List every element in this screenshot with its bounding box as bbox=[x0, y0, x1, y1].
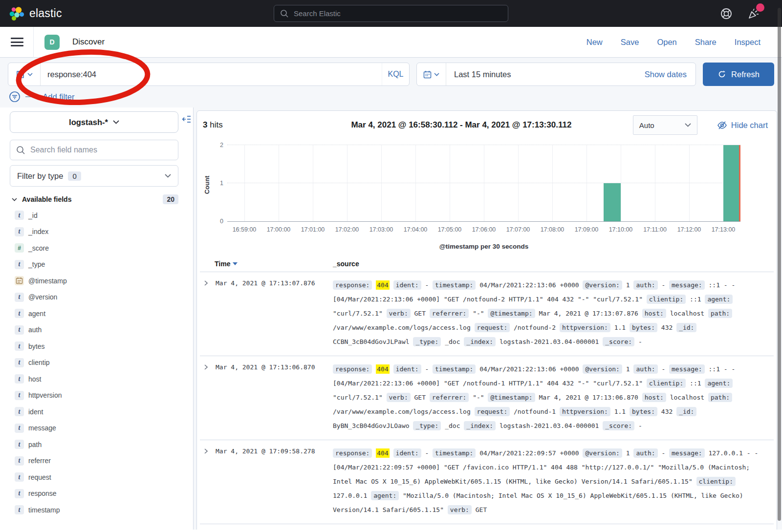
available-fields-label: Available fields bbox=[22, 195, 71, 203]
field-name: path bbox=[28, 441, 42, 448]
field-item-path[interactable]: tpath bbox=[0, 436, 193, 453]
field-item-timestamp[interactable]: @timestamp bbox=[0, 273, 193, 289]
refresh-button[interactable]: Refresh bbox=[703, 63, 774, 86]
elastic-logo[interactable]: elastic bbox=[9, 6, 62, 21]
saved-queries-button[interactable] bbox=[8, 63, 41, 85]
x-tick-label: 17:04:00 bbox=[404, 226, 428, 233]
histogram-bar[interactable] bbox=[723, 145, 740, 221]
field-name-badge: _score: bbox=[603, 337, 634, 346]
chevron-down-icon bbox=[27, 73, 33, 76]
date-quick-select-button[interactable] bbox=[417, 63, 446, 85]
field-value: ::1 bbox=[690, 380, 701, 387]
field-name-badge: auth: bbox=[633, 364, 657, 374]
expand-row-button[interactable] bbox=[203, 278, 216, 349]
nav-action-share[interactable]: Share bbox=[695, 38, 717, 47]
field-item-auth[interactable]: tauth bbox=[0, 322, 193, 339]
help-button[interactable] bbox=[719, 7, 733, 21]
field-item-host[interactable]: thost bbox=[0, 371, 193, 387]
field-value: GET bbox=[414, 310, 426, 317]
column-header-time[interactable]: Time bbox=[215, 260, 333, 268]
field-item-message[interactable]: tmessage bbox=[0, 420, 193, 437]
table-header: Time _source bbox=[200, 255, 774, 272]
add-filter-button[interactable]: + Add filter bbox=[36, 92, 74, 102]
field-item-ident[interactable]: tident bbox=[0, 404, 193, 420]
field-item-request[interactable]: trequest bbox=[0, 469, 193, 486]
field-value: Mar 4, 2021 @ 17:13:07.876 bbox=[539, 310, 638, 317]
filter-by-type-label: Filter by type bbox=[17, 171, 63, 181]
field-item-_score[interactable]: #_score bbox=[0, 240, 193, 256]
histogram-bar[interactable] bbox=[604, 183, 621, 221]
documents-table: Time _source Mar 4, 2021 @ 17:13:07.876r… bbox=[197, 255, 777, 524]
query-input[interactable] bbox=[41, 63, 382, 85]
highlighted-value: 404 bbox=[376, 364, 389, 374]
gridline-vertical bbox=[279, 145, 279, 221]
fields-sidebar: logstash-* Filter by type 0 bbox=[0, 107, 194, 530]
nav-actions: NewSaveOpenShareInspect bbox=[586, 38, 774, 47]
field-name-badge: clientip: bbox=[696, 477, 736, 486]
gridline-vertical bbox=[484, 145, 484, 221]
field-item-response[interactable]: tresponse bbox=[0, 486, 193, 502]
field-item-timestamp[interactable]: ttimestamp bbox=[0, 502, 193, 518]
expand-row-button[interactable] bbox=[203, 446, 216, 517]
field-item-httpversion[interactable]: thttpversion bbox=[0, 387, 193, 404]
query-language-button[interactable]: KQL bbox=[382, 63, 409, 85]
field-name: auth bbox=[28, 326, 42, 334]
field-search-input[interactable] bbox=[30, 146, 172, 154]
expand-row-button[interactable] bbox=[203, 362, 216, 433]
field-item-_type[interactable]: t_type bbox=[0, 256, 193, 273]
field-value: 04/Mar/2021:22:13:06 +0000 bbox=[479, 365, 579, 373]
gridline-vertical bbox=[552, 145, 553, 221]
field-item-bytes[interactable]: tbytes bbox=[0, 338, 193, 355]
nav-action-open[interactable]: Open bbox=[657, 38, 676, 47]
nav-action-new[interactable]: New bbox=[586, 38, 603, 47]
string-type-icon: t bbox=[15, 391, 24, 400]
page-scrollbar[interactable] bbox=[778, 8, 781, 521]
field-value: 1 bbox=[626, 281, 630, 289]
field-value: ByBN_3cB04dGovJLOawo bbox=[333, 422, 410, 429]
field-value: 432 bbox=[661, 324, 673, 331]
field-item-referrer[interactable]: treferrer bbox=[0, 453, 193, 469]
nav-action-save[interactable]: Save bbox=[621, 38, 639, 47]
available-fields-count: 20 bbox=[163, 194, 178, 204]
available-fields-header[interactable]: Available fields 20 bbox=[12, 194, 178, 204]
field-value: /var/www/example.com/logs/access.log bbox=[333, 324, 471, 331]
field-name-badge: _index: bbox=[464, 421, 496, 430]
discover-app-badge[interactable]: D bbox=[44, 35, 60, 50]
index-pattern-selector[interactable]: logstash-* bbox=[10, 111, 178, 133]
column-header-source[interactable]: _source bbox=[333, 260, 359, 268]
field-name-badge: host: bbox=[642, 393, 666, 402]
field-name-badge: verb: bbox=[387, 393, 411, 402]
newsfeed-button[interactable] bbox=[747, 7, 760, 21]
elastic-logo-icon bbox=[9, 6, 24, 21]
field-item-agent[interactable]: tagent bbox=[0, 305, 193, 322]
collapse-sidebar-button[interactable] bbox=[182, 115, 191, 123]
global-search-input[interactable]: Search Elastic bbox=[274, 5, 508, 22]
field-value: 432 bbox=[661, 408, 673, 415]
field-item-version[interactable]: t@version bbox=[0, 289, 193, 306]
field-name: request bbox=[28, 473, 51, 481]
discover-main-panel: 3 hits Mar 4, 2021 @ 16:58:30.112 - Mar … bbox=[196, 110, 777, 530]
time-range-label: Mar 4, 2021 @ 16:58:30.112 - Mar 4, 2021… bbox=[296, 120, 627, 130]
field-name-badge: ident: bbox=[393, 364, 421, 374]
field-name-badge: clientip: bbox=[647, 379, 686, 388]
field-item-clientip[interactable]: tclientip bbox=[0, 355, 193, 371]
field-value: /notfound-1 bbox=[514, 408, 556, 415]
hits-count: 3 hits bbox=[203, 120, 296, 130]
field-item-_index[interactable]: t_index bbox=[0, 224, 193, 240]
nav-action-inspect[interactable]: Inspect bbox=[735, 38, 760, 47]
calendar-icon bbox=[423, 70, 432, 79]
field-item-_id[interactable]: t_id bbox=[0, 207, 193, 224]
x-tick-label: 17:00:00 bbox=[267, 226, 291, 233]
hide-chart-button[interactable]: Hide chart bbox=[717, 120, 768, 130]
show-dates-button[interactable]: Show dates bbox=[645, 70, 695, 79]
filter-by-type-dropdown[interactable]: Filter by type 0 bbox=[10, 165, 178, 187]
field-name-badge: agent: bbox=[371, 491, 399, 500]
results-header: 3 hits Mar 4, 2021 @ 16:58:30.112 - Mar … bbox=[197, 111, 777, 139]
string-type-icon: t bbox=[15, 424, 24, 433]
time-range-display[interactable]: Last 15 minutes bbox=[446, 70, 511, 79]
menu-button[interactable] bbox=[11, 38, 23, 46]
gridline-vertical bbox=[450, 145, 450, 221]
filter-options-icon[interactable] bbox=[9, 91, 21, 103]
field-name: _index bbox=[28, 228, 48, 235]
interval-select[interactable]: Auto bbox=[633, 115, 697, 135]
